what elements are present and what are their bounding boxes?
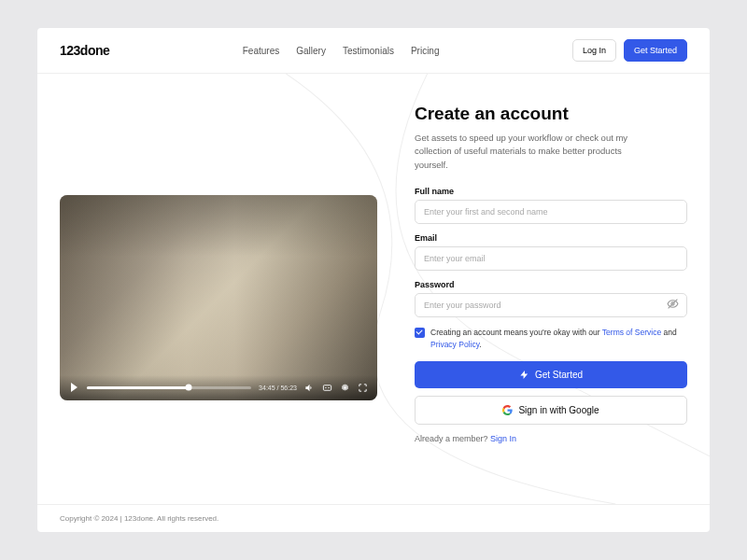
email-field: Email — [415, 233, 687, 271]
privacy-link[interactable]: Privacy Policy — [430, 340, 479, 349]
settings-icon — [340, 383, 350, 393]
email-input[interactable] — [415, 246, 687, 271]
password-field: Password — [415, 280, 687, 317]
media-column: 34:45 / 56:23 — [60, 100, 377, 495]
page-subtitle: Get assets to speed up your workflow or … — [415, 132, 657, 172]
fullscreen-icon — [358, 383, 368, 393]
footer: Copyright © 2024 | 123done. All rights r… — [37, 504, 710, 532]
video-thumbnail — [60, 195, 377, 400]
page-title: Create an account — [415, 104, 687, 124]
login-button[interactable]: Log In — [572, 39, 616, 62]
terms-row: Creating an account means you're okay wi… — [415, 327, 687, 351]
lightning-icon — [519, 370, 529, 380]
svg-rect-0 — [323, 385, 331, 390]
settings-button[interactable] — [340, 383, 350, 393]
copyright: Copyright © 2024 | 123done. All rights r… — [60, 514, 218, 523]
fullname-field: Full name — [415, 187, 687, 224]
signup-form-column: Create an account Get assets to speed up… — [415, 100, 687, 495]
volume-icon — [304, 383, 315, 393]
captions-icon — [322, 383, 332, 393]
toggle-password-button[interactable] — [667, 297, 679, 314]
video-time: 34:45 / 56:23 — [259, 385, 297, 391]
page: 123done Features Gallery Testimonials Pr… — [37, 28, 710, 532]
header-actions: Log In Get Started — [572, 39, 687, 62]
video-progress-fill — [87, 386, 189, 389]
video-progress-handle[interactable] — [186, 385, 192, 391]
fullname-input[interactable] — [415, 200, 687, 224]
play-button[interactable] — [69, 383, 79, 393]
google-icon — [502, 405, 513, 415]
captions-button[interactable] — [322, 383, 332, 393]
get-started-button[interactable]: Get Started — [624, 39, 687, 62]
nav-gallery[interactable]: Gallery — [296, 46, 326, 56]
nav-features[interactable]: Features — [243, 46, 279, 56]
terms-checkbox[interactable] — [415, 328, 425, 338]
eye-off-icon — [667, 298, 679, 310]
already-member: Already a member? Sign In — [415, 434, 687, 443]
main-nav: Features Gallery Testimonials Pricing — [243, 46, 440, 56]
google-signin-button[interactable]: Sign in with Google — [415, 396, 687, 425]
submit-button[interactable]: Get Started — [415, 361, 687, 388]
video-player[interactable]: 34:45 / 56:23 — [60, 195, 377, 400]
video-progress-bar[interactable] — [87, 386, 251, 389]
play-icon — [71, 383, 78, 392]
signin-link[interactable]: Sign In — [490, 434, 516, 443]
main-content: 34:45 / 56:23 Create an acc — [37, 74, 710, 504]
header: 123done Features Gallery Testimonials Pr… — [37, 28, 710, 74]
terms-text: Creating an account means you're okay wi… — [430, 327, 687, 351]
nav-pricing[interactable]: Pricing — [411, 46, 440, 56]
email-label: Email — [415, 233, 687, 243]
nav-testimonials[interactable]: Testimonials — [343, 46, 394, 56]
password-input[interactable] — [415, 293, 687, 317]
volume-button[interactable] — [304, 383, 315, 393]
video-controls: 34:45 / 56:23 — [60, 375, 377, 400]
password-label: Password — [415, 280, 687, 289]
fullname-label: Full name — [415, 187, 687, 196]
brand-logo[interactable]: 123done — [60, 43, 109, 58]
fullscreen-button[interactable] — [358, 383, 368, 393]
tos-link[interactable]: Terms of Service — [602, 328, 661, 337]
